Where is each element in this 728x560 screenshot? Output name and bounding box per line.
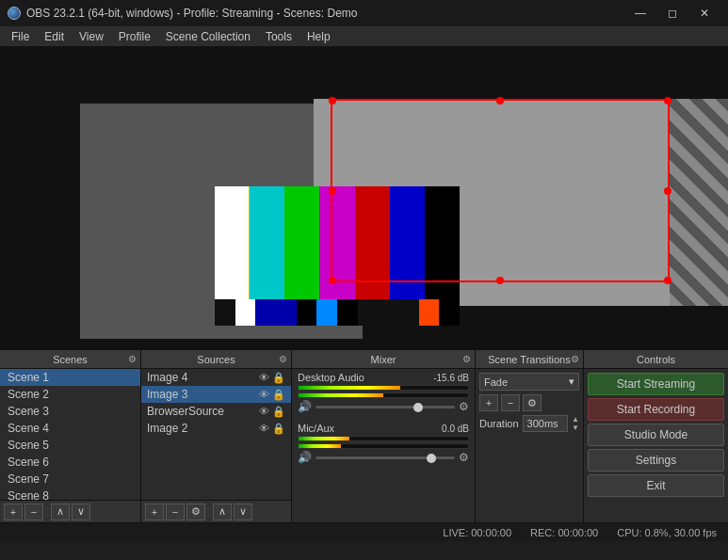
sources-remove-button[interactable]: − (166, 504, 185, 520)
sources-add-button[interactable]: + (145, 504, 164, 520)
transition-add-remove: + − ⚙ (479, 394, 579, 411)
studio-mode-button[interactable]: Studio Mode (588, 424, 724, 446)
mixer-content: Desktop Audio -15.6 dB 🔊 ⚙ (292, 369, 475, 522)
mixer-header: Mixer ⚙ (292, 350, 475, 369)
menu-profile[interactable]: Profile (111, 26, 158, 47)
mixer-config-icon[interactable]: ⚙ (462, 354, 471, 364)
eye-icon-1[interactable]: 👁 (259, 372, 269, 384)
lock-icon-1[interactable]: 🔒 (272, 372, 285, 384)
scene-item-1[interactable]: Scene 1 (0, 369, 140, 386)
controls-panel: Controls Start Streaming Start Recording… (584, 350, 728, 522)
desktop-meter-fill (299, 386, 400, 390)
handle-bm[interactable] (496, 277, 504, 284)
transitions-content: Fade ▾ + − ⚙ Duration 300ms ▲ ▼ (476, 369, 583, 522)
scenes-list: Scene 1 Scene 2 Scene 3 Scene 4 Scene 5 … (0, 369, 140, 500)
exit-button[interactable]: Exit (588, 474, 724, 497)
sources-settings-button[interactable]: ⚙ (186, 504, 205, 520)
scene-item-5[interactable]: Scene 5 (0, 437, 140, 454)
handle-tr[interactable] (664, 97, 671, 104)
lock-icon-2[interactable]: 🔒 (272, 389, 285, 401)
transition-remove-button[interactable]: − (501, 394, 520, 411)
menu-help[interactable]: Help (299, 26, 338, 47)
mic-meter (298, 436, 469, 441)
transition-arrow: ▾ (569, 376, 574, 388)
desktop-track-db: -15.6 dB (433, 373, 469, 383)
handle-br[interactable] (664, 277, 671, 284)
handle-mr[interactable] (664, 187, 671, 195)
desktop-settings-icon[interactable]: ⚙ (459, 400, 469, 413)
settings-button[interactable]: Settings (588, 449, 724, 472)
source-name-1: Image 4 (147, 371, 187, 384)
maximize-button[interactable]: ◻ (656, 0, 688, 26)
scene-item-6[interactable]: Scene 6 (0, 454, 140, 471)
transition-select[interactable]: Fade ▾ (479, 373, 579, 391)
lock-icon-3[interactable]: 🔒 (272, 406, 285, 418)
scenes-add-button[interactable]: + (4, 504, 23, 520)
preview-area (0, 47, 728, 348)
menu-file[interactable]: File (4, 26, 37, 47)
mic-meter-fill-2 (299, 444, 341, 448)
handle-tm[interactable] (496, 97, 504, 104)
close-button[interactable]: ✕ (688, 0, 720, 26)
scenes-up-button[interactable]: ∧ (51, 504, 70, 520)
scenes-config-icon[interactable]: ⚙ (128, 354, 137, 364)
eye-icon-3[interactable]: 👁 (259, 406, 269, 418)
handle-tl[interactable] (329, 97, 336, 104)
scene-item-4[interactable]: Scene 4 (0, 420, 140, 437)
duration-label: Duration (479, 418, 519, 429)
mic-mute-icon[interactable]: 🔊 (298, 451, 312, 464)
transition-add-button[interactable]: + (479, 394, 498, 411)
rec-status: REC: 00:00:00 (530, 527, 598, 538)
handle-ml[interactable] (329, 187, 336, 195)
mic-slider[interactable] (315, 456, 455, 459)
scene-item-2[interactable]: Scene 2 (0, 386, 140, 403)
scenes-down-button[interactable]: ∨ (72, 504, 90, 520)
menu-tools[interactable]: Tools (258, 26, 299, 47)
transitions-config-icon[interactable]: ⚙ (571, 354, 579, 364)
source-item-3[interactable]: BrowserSource 👁 🔒 (141, 403, 291, 420)
mic-slider-thumb (427, 454, 436, 463)
lock-icon-4[interactable]: 🔒 (272, 423, 285, 435)
transition-settings-button[interactable]: ⚙ (523, 394, 542, 411)
source-icons-2: 👁 🔒 (259, 389, 285, 401)
scene-item-3[interactable]: Scene 3 (0, 403, 140, 420)
minimize-button[interactable]: — (624, 0, 656, 26)
mixer-track-desktop: Desktop Audio -15.6 dB 🔊 ⚙ (292, 369, 475, 416)
bb6 (337, 299, 358, 326)
duration-down[interactable]: ▼ (572, 424, 579, 432)
scenes-panel: Scenes ⚙ Scene 1 Scene 2 Scene 3 Scene 4… (0, 350, 141, 522)
titlebar: OBS 23.2.1 (64-bit, windows) - Profile: … (0, 0, 728, 26)
bb8 (378, 299, 418, 326)
source-name-3: BrowserSource (147, 405, 224, 418)
scene-item-8[interactable]: Scene 8 (0, 488, 140, 500)
bb9 (419, 299, 440, 326)
desktop-mute-icon[interactable]: 🔊 (298, 400, 312, 413)
bb4 (297, 299, 317, 326)
source-item-2[interactable]: Image 3 👁 🔒 (141, 386, 291, 403)
scenes-remove-button[interactable]: − (24, 504, 43, 520)
eye-icon-4[interactable]: 👁 (259, 423, 269, 435)
handle-bl[interactable] (329, 277, 336, 284)
start-recording-button[interactable]: Start Recording (588, 398, 724, 421)
eye-icon-2[interactable]: 👁 (259, 389, 269, 401)
menu-scene-collection[interactable]: Scene Collection (158, 26, 258, 47)
mic-settings-icon[interactable]: ⚙ (459, 451, 469, 464)
desktop-slider[interactable] (315, 406, 455, 408)
scene-item-7[interactable]: Scene 7 (0, 471, 140, 488)
mic-track-db: 0.0 dB (442, 424, 469, 434)
source-item-4[interactable]: Image 2 👁 🔒 (141, 420, 291, 437)
sources-config-icon[interactable]: ⚙ (279, 354, 287, 364)
source-icons-3: 👁 🔒 (259, 406, 285, 418)
bb2 (235, 299, 256, 326)
duration-up[interactable]: ▲ (572, 415, 579, 424)
start-streaming-button[interactable]: Start Streaming (588, 373, 724, 395)
menu-edit[interactable]: Edit (37, 26, 72, 47)
sources-down-button[interactable]: ∨ (234, 504, 252, 520)
sources-up-button[interactable]: ∧ (213, 504, 232, 520)
duration-arrows: ▲ ▼ (572, 415, 579, 432)
duration-input[interactable]: 300ms (523, 415, 569, 432)
menu-view[interactable]: View (72, 26, 111, 47)
desktop-track-name: Desktop Audio (298, 372, 364, 383)
source-item-1[interactable]: Image 4 👁 🔒 (141, 369, 291, 386)
sources-header: Sources ⚙ (141, 350, 291, 369)
